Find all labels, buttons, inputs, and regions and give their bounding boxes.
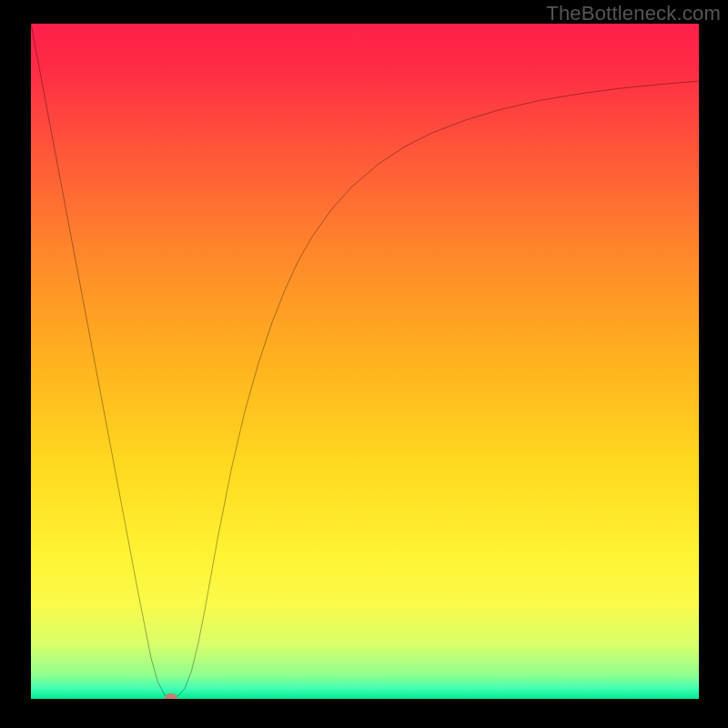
chart-frame: TheBottleneck.com — [0, 0, 728, 728]
plot-area — [31, 24, 699, 699]
optimum-marker — [165, 693, 177, 699]
bottleneck-curve — [31, 24, 699, 699]
watermark-text: TheBottleneck.com — [546, 2, 721, 25]
